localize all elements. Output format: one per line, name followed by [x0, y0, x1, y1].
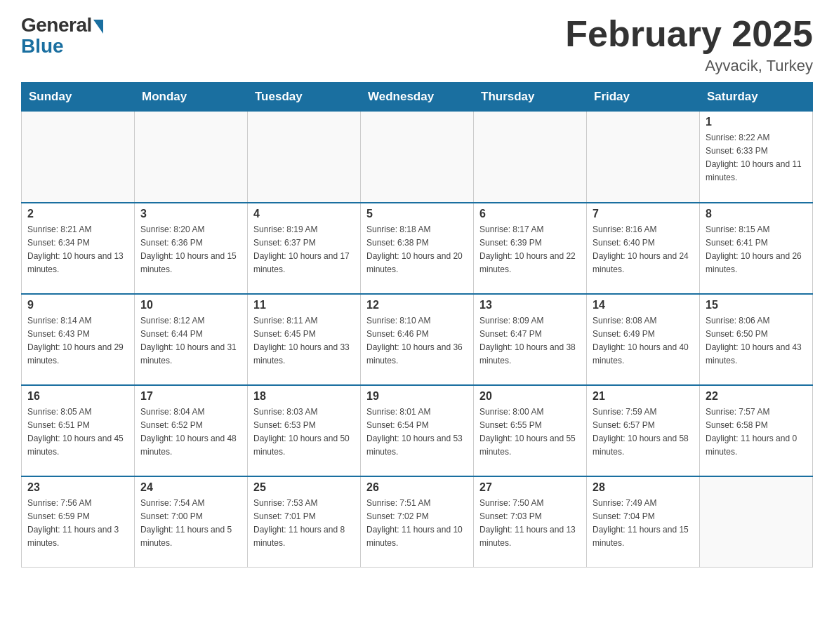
calendar-table: SundayMondayTuesdayWednesdayThursdayFrid…: [21, 82, 813, 568]
day-info: Sunrise: 8:15 AM Sunset: 6:41 PM Dayligh…: [706, 224, 802, 274]
day-info: Sunrise: 7:53 AM Sunset: 7:01 PM Dayligh…: [253, 498, 345, 548]
day-number: 12: [366, 299, 468, 311]
calendar-week-row: 16Sunrise: 8:05 AM Sunset: 6:51 PM Dayli…: [22, 385, 813, 476]
day-info: Sunrise: 8:18 AM Sunset: 6:38 PM Dayligh…: [366, 224, 463, 274]
day-number: 1: [706, 116, 807, 128]
calendar-cell: 11Sunrise: 8:11 AM Sunset: 6:45 PM Dayli…: [248, 294, 361, 385]
calendar-cell: 25Sunrise: 7:53 AM Sunset: 7:01 PM Dayli…: [248, 476, 361, 568]
day-number: 10: [140, 299, 241, 311]
day-number: 9: [27, 299, 128, 311]
calendar-week-row: 2Sunrise: 8:21 AM Sunset: 6:34 PM Daylig…: [22, 203, 813, 294]
day-number: 11: [253, 299, 355, 311]
day-info: Sunrise: 8:06 AM Sunset: 6:50 PM Dayligh…: [706, 316, 802, 365]
day-number: 6: [479, 208, 581, 220]
day-number: 3: [140, 208, 241, 220]
day-number: 4: [253, 208, 355, 220]
calendar-day-header: Thursday: [474, 83, 587, 112]
calendar-cell: [474, 112, 587, 203]
day-number: 21: [593, 390, 694, 403]
day-number: 20: [479, 390, 581, 403]
day-number: 28: [593, 481, 694, 494]
calendar-cell: 13Sunrise: 8:09 AM Sunset: 6:47 PM Dayli…: [474, 294, 587, 385]
calendar-cell: 17Sunrise: 8:04 AM Sunset: 6:52 PM Dayli…: [135, 385, 248, 476]
calendar-day-header: Wednesday: [361, 83, 474, 112]
calendar-cell: 7Sunrise: 8:16 AM Sunset: 6:40 PM Daylig…: [587, 203, 700, 294]
calendar-cell: 2Sunrise: 8:21 AM Sunset: 6:34 PM Daylig…: [22, 203, 135, 294]
calendar-week-row: 1Sunrise: 8:22 AM Sunset: 6:33 PM Daylig…: [22, 112, 813, 203]
calendar-cell: [361, 112, 474, 203]
calendar-cell: 16Sunrise: 8:05 AM Sunset: 6:51 PM Dayli…: [22, 385, 135, 476]
day-info: Sunrise: 8:10 AM Sunset: 6:46 PM Dayligh…: [366, 316, 463, 365]
day-number: 24: [140, 481, 241, 494]
calendar-cell: 4Sunrise: 8:19 AM Sunset: 6:37 PM Daylig…: [248, 203, 361, 294]
calendar-day-header: Sunday: [22, 83, 135, 112]
calendar-day-header: Tuesday: [248, 83, 361, 112]
calendar-cell: 20Sunrise: 8:00 AM Sunset: 6:55 PM Dayli…: [474, 385, 587, 476]
calendar-day-header: Friday: [587, 83, 700, 112]
location: Ayvacik, Turkey: [565, 57, 813, 75]
calendar-cell: 18Sunrise: 8:03 AM Sunset: 6:53 PM Dayli…: [248, 385, 361, 476]
calendar-cell: [22, 112, 135, 203]
day-info: Sunrise: 8:20 AM Sunset: 6:36 PM Dayligh…: [140, 224, 237, 274]
calendar-header-row: SundayMondayTuesdayWednesdayThursdayFrid…: [22, 83, 813, 112]
day-info: Sunrise: 7:57 AM Sunset: 6:58 PM Dayligh…: [706, 407, 797, 457]
day-info: Sunrise: 8:22 AM Sunset: 6:33 PM Dayligh…: [706, 133, 802, 182]
day-number: 25: [253, 481, 355, 494]
day-info: Sunrise: 8:08 AM Sunset: 6:49 PM Dayligh…: [593, 316, 689, 365]
day-info: Sunrise: 7:54 AM Sunset: 7:00 PM Dayligh…: [140, 498, 232, 548]
logo-general-text: General: [21, 14, 92, 36]
month-title: February 2025: [565, 14, 813, 54]
day-info: Sunrise: 8:03 AM Sunset: 6:53 PM Dayligh…: [253, 407, 350, 457]
day-info: Sunrise: 7:51 AM Sunset: 7:02 PM Dayligh…: [366, 498, 463, 548]
day-number: 7: [593, 208, 694, 220]
day-info: Sunrise: 8:05 AM Sunset: 6:51 PM Dayligh…: [27, 407, 124, 457]
day-number: 17: [140, 390, 241, 403]
calendar-cell: 9Sunrise: 8:14 AM Sunset: 6:43 PM Daylig…: [22, 294, 135, 385]
calendar-cell: [135, 112, 248, 203]
calendar-cell: 15Sunrise: 8:06 AM Sunset: 6:50 PM Dayli…: [700, 294, 813, 385]
day-number: 8: [706, 208, 807, 220]
day-number: 18: [253, 390, 355, 403]
day-number: 14: [593, 299, 694, 311]
calendar-cell: [248, 112, 361, 203]
calendar-cell: 14Sunrise: 8:08 AM Sunset: 6:49 PM Dayli…: [587, 294, 700, 385]
calendar-cell: 5Sunrise: 8:18 AM Sunset: 6:38 PM Daylig…: [361, 203, 474, 294]
day-number: 16: [27, 390, 128, 403]
calendar-cell: [587, 112, 700, 203]
day-info: Sunrise: 7:59 AM Sunset: 6:57 PM Dayligh…: [593, 407, 689, 457]
day-info: Sunrise: 8:16 AM Sunset: 6:40 PM Dayligh…: [593, 224, 689, 274]
day-number: 26: [366, 481, 468, 494]
calendar-cell: 12Sunrise: 8:10 AM Sunset: 6:46 PM Dayli…: [361, 294, 474, 385]
day-info: Sunrise: 8:04 AM Sunset: 6:52 PM Dayligh…: [140, 407, 237, 457]
day-number: 5: [366, 208, 468, 220]
day-info: Sunrise: 8:21 AM Sunset: 6:34 PM Dayligh…: [27, 224, 124, 274]
day-info: Sunrise: 8:12 AM Sunset: 6:44 PM Dayligh…: [140, 316, 237, 365]
day-info: Sunrise: 7:50 AM Sunset: 7:03 PM Dayligh…: [479, 498, 576, 548]
calendar-week-row: 9Sunrise: 8:14 AM Sunset: 6:43 PM Daylig…: [22, 294, 813, 385]
logo: General Blue: [21, 14, 103, 58]
day-number: 27: [479, 481, 581, 494]
day-info: Sunrise: 8:01 AM Sunset: 6:54 PM Dayligh…: [366, 407, 463, 457]
logo-arrow-icon: [93, 20, 103, 34]
logo-blue-text: Blue: [21, 35, 64, 58]
calendar-cell: 24Sunrise: 7:54 AM Sunset: 7:00 PM Dayli…: [135, 476, 248, 568]
calendar-day-header: Monday: [135, 83, 248, 112]
calendar-cell: 27Sunrise: 7:50 AM Sunset: 7:03 PM Dayli…: [474, 476, 587, 568]
day-info: Sunrise: 8:14 AM Sunset: 6:43 PM Dayligh…: [27, 316, 124, 365]
day-number: 22: [706, 390, 807, 403]
day-info: Sunrise: 8:17 AM Sunset: 6:39 PM Dayligh…: [479, 224, 576, 274]
calendar-cell: 26Sunrise: 7:51 AM Sunset: 7:02 PM Dayli…: [361, 476, 474, 568]
day-info: Sunrise: 8:19 AM Sunset: 6:37 PM Dayligh…: [253, 224, 350, 274]
calendar-cell: 28Sunrise: 7:49 AM Sunset: 7:04 PM Dayli…: [587, 476, 700, 568]
calendar-week-row: 23Sunrise: 7:56 AM Sunset: 6:59 PM Dayli…: [22, 476, 813, 568]
calendar-cell: 6Sunrise: 8:17 AM Sunset: 6:39 PM Daylig…: [474, 203, 587, 294]
title-area: February 2025 Ayvacik, Turkey: [565, 14, 813, 75]
calendar-cell: 8Sunrise: 8:15 AM Sunset: 6:41 PM Daylig…: [700, 203, 813, 294]
day-number: 19: [366, 390, 468, 403]
calendar-cell: 19Sunrise: 8:01 AM Sunset: 6:54 PM Dayli…: [361, 385, 474, 476]
calendar-cell: 10Sunrise: 8:12 AM Sunset: 6:44 PM Dayli…: [135, 294, 248, 385]
calendar-cell: 21Sunrise: 7:59 AM Sunset: 6:57 PM Dayli…: [587, 385, 700, 476]
page-header: General Blue February 2025 Ayvacik, Turk…: [21, 14, 813, 75]
day-info: Sunrise: 8:11 AM Sunset: 6:45 PM Dayligh…: [253, 316, 350, 365]
calendar-day-header: Saturday: [700, 83, 813, 112]
